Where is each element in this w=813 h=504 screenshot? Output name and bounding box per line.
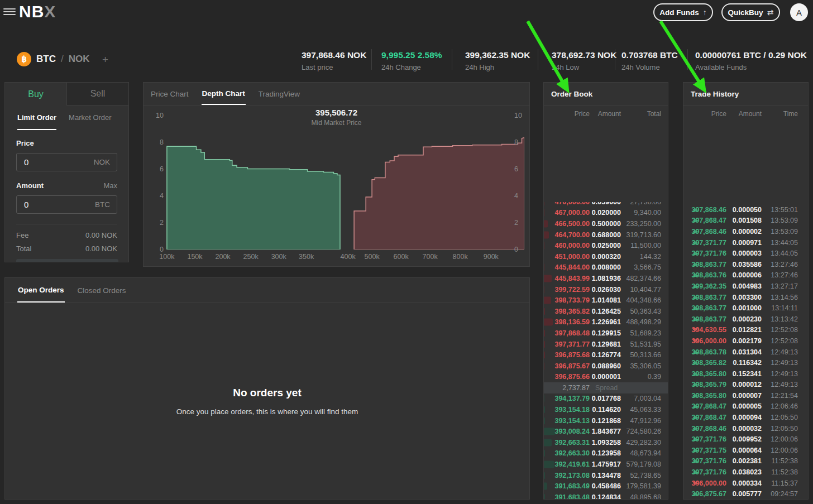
buy-btc-button[interactable]: Buy BTC — [16, 259, 118, 262]
trade-row[interactable]: 398,863.770.00023013:13:42 — [683, 314, 808, 325]
amount-cell: 0.088960 — [592, 362, 621, 370]
trade-row[interactable]: 396,000.000.00217912:52:08 — [683, 335, 808, 347]
y-tick: 2 — [144, 219, 164, 227]
trade-row[interactable]: 398,863.760.00000613:27:46 — [683, 270, 808, 281]
order-book-row[interactable]: 393,008.241.843677724,580.26 — [544, 426, 668, 437]
trade-row[interactable]: 398,863.770.00100013:14:11 — [683, 303, 808, 314]
order-book-row[interactable]: 392,419.611.475917579,179.08 — [544, 459, 668, 470]
order-book-row[interactable]: 392,663.300.12395848,673.94 — [544, 448, 668, 459]
time-cell: 13:55:01 — [771, 206, 798, 214]
order-book-row[interactable]: 396,875.670.08896035,306.05 — [544, 361, 668, 372]
nbx-logo[interactable]: NBX — [19, 2, 56, 21]
amount-cell: 0.038023 — [733, 468, 762, 476]
trade-row[interactable]: 397,868.470.00009412:05:50 — [683, 412, 808, 423]
order-book-row[interactable]: 467,000.000.0200009,340.00 — [544, 208, 668, 219]
tab-open-orders[interactable]: Open Orders — [17, 278, 65, 303]
trade-row[interactable]: 398,863.770.00330013:14:56 — [683, 292, 808, 303]
price-cell: 397,868.46 — [691, 206, 726, 214]
depth-chart-svg[interactable] — [166, 116, 524, 249]
amount-cell: 0.000003 — [733, 249, 762, 257]
order-book-row[interactable]: 391,683.490.458486179,581.39 — [544, 481, 668, 492]
quickbuy-button[interactable]: QuickBuy ⇄ — [721, 3, 780, 21]
trade-row[interactable]: 398,863.780.03130412:49:13 — [683, 347, 808, 358]
order-book-row[interactable]: 397,868.480.12991551,689.23 — [544, 328, 668, 339]
trade-row[interactable]: 398,365.800.00000712:21:54 — [683, 390, 808, 401]
price-cell: 398,365.82 — [691, 359, 726, 367]
add-pair-icon[interactable]: + — [102, 54, 108, 66]
price-cell: 398,863.77 — [691, 315, 726, 323]
order-book-row[interactable]: 398,733.791.014081404,348.66 — [544, 295, 668, 306]
depth-bar — [544, 483, 547, 490]
trade-row[interactable]: 394,630.550.01282112:52:08 — [683, 325, 808, 336]
trade-row[interactable]: 398,365.820.11634212:49:13 — [683, 357, 808, 368]
trade-row[interactable]: 397,868.470.00000512:06:46 — [683, 401, 808, 412]
trade-row[interactable]: 398,365.800.15234112:49:13 — [683, 368, 808, 380]
order-book-row[interactable]: 396,875.680.12677450,313.66 — [544, 349, 668, 361]
order-book-row[interactable]: 445,844.000.0080003,566.75 — [544, 262, 668, 273]
tab-closed-orders[interactable]: Closed Orders — [77, 278, 127, 303]
order-book-row[interactable]: 391,683.480.12483448,895.68 — [544, 492, 668, 499]
order-book-row[interactable]: 466,500.000.500000233,250.00 — [544, 218, 668, 229]
trade-row[interactable]: 397,868.460.00003212:05:50 — [683, 423, 808, 434]
order-book-row[interactable]: 398,136.591.226961488,498.29 — [544, 317, 668, 328]
order-book-row[interactable]: 445,843.991.081936482,374.66 — [544, 273, 668, 284]
trade-row[interactable]: 397,371.760.00000313:44:05 — [683, 248, 808, 259]
order-book-row[interactable]: 392,173.080.13447852,738.65 — [544, 470, 668, 481]
pair-base: BTC — [36, 54, 56, 65]
tab-limit-order[interactable]: Limit Order — [17, 113, 56, 130]
price-cell: 397,868.47 — [691, 217, 726, 224]
order-book-row[interactable]: 460,000.000.02500011,500.00 — [544, 240, 668, 251]
tab-price-chart[interactable]: Price Chart — [150, 83, 189, 105]
order-book-row[interactable]: 399,722.590.02603010,404.77 — [544, 284, 668, 295]
order-book-row[interactable]: 470,000.000.05900027,730.00 — [544, 202, 668, 208]
trade-row[interactable]: 397,868.470.00150813:53:09 — [683, 215, 808, 227]
trade-row[interactable]: 399,362.350.00498313:27:17 — [683, 281, 808, 292]
trade-row[interactable]: 396,000.000.00033411:15:37 — [683, 478, 808, 489]
tab-tradingview[interactable]: TradingView — [258, 83, 300, 105]
depth-bar — [544, 202, 544, 205]
empty-state-subtitle: Once you place orders, this is where you… — [5, 407, 529, 416]
price-cell: 394,630.55 — [691, 326, 726, 334]
order-book-row[interactable]: 398,365.820.12642550,363.43 — [544, 306, 668, 317]
avatar[interactable]: A — [790, 3, 808, 21]
order-book-row[interactable]: 397,371.770.12968151,531.95 — [544, 339, 668, 350]
add-funds-button[interactable]: Add Funds ↑ — [653, 3, 713, 21]
time-cell: 12:49:13 — [771, 359, 798, 367]
trade-row[interactable]: 397,371.760.00238111:52:38 — [683, 456, 808, 467]
price-cell: 392,663.31 — [554, 439, 590, 447]
menu-icon[interactable] — [3, 7, 16, 17]
tab-buy[interactable]: Buy — [5, 83, 66, 105]
trade-row[interactable]: 397,371.760.03802311:52:38 — [683, 467, 808, 478]
trade-row[interactable]: 398,365.790.00001212:49:13 — [683, 380, 808, 391]
trade-row[interactable]: 397,371.770.00097113:44:05 — [683, 237, 808, 248]
depth-bar — [544, 461, 554, 468]
total-cell: 724,580.26 — [626, 428, 661, 435]
order-book-row[interactable]: 393,154.180.11462045,063.33 — [544, 404, 668, 415]
time-cell: 12:06:46 — [771, 402, 798, 410]
trade-row[interactable]: 396,875.670.00577709:24:57 — [683, 488, 808, 499]
price-cell: 467,000.00 — [554, 209, 590, 217]
depth-bar — [544, 319, 553, 326]
trade-row[interactable]: 397,868.460.00005013:55:01 — [683, 204, 808, 215]
order-book-row[interactable]: 451,000.000.000320144.32 — [544, 251, 668, 262]
trade-row[interactable]: 398,863.770.03558613:27:46 — [683, 259, 808, 270]
amount-cell: 0.031304 — [733, 348, 762, 356]
tab-depth-chart[interactable]: Depth Chart — [202, 83, 246, 105]
time-cell: 13:27:46 — [771, 261, 798, 268]
max-button[interactable]: Max — [103, 181, 117, 190]
trade-row[interactable]: 397,868.460.00000213:53:09 — [683, 226, 808, 237]
tab-sell[interactable]: Sell — [66, 83, 128, 105]
price-cell: 394,137.79 — [554, 395, 590, 402]
total-cell: 48,673.94 — [630, 449, 661, 457]
order-book-row[interactable]: 394,137.790.0177687,003.04 — [544, 393, 668, 405]
market-pair[interactable]: ฿ BTC / NOK — [17, 52, 89, 66]
order-book-row[interactable]: 464,700.000.688000319,713.60 — [544, 229, 668, 241]
price-cell: 451,000.00 — [554, 253, 590, 261]
col-time: Time — [783, 110, 798, 118]
trade-row[interactable]: 397,371.750.00006412:00:06 — [683, 445, 808, 456]
trade-row[interactable]: 397,371.760.00995212:00:06 — [683, 434, 808, 445]
order-book-row[interactable]: 392,663.311.093258429,282.30 — [544, 437, 668, 448]
tab-market-order[interactable]: Market Order — [69, 113, 112, 130]
order-book-row[interactable]: 396,875.660.0000010.39 — [544, 372, 668, 383]
order-book-row[interactable]: 393,154.130.12186847,912.96 — [544, 415, 668, 426]
